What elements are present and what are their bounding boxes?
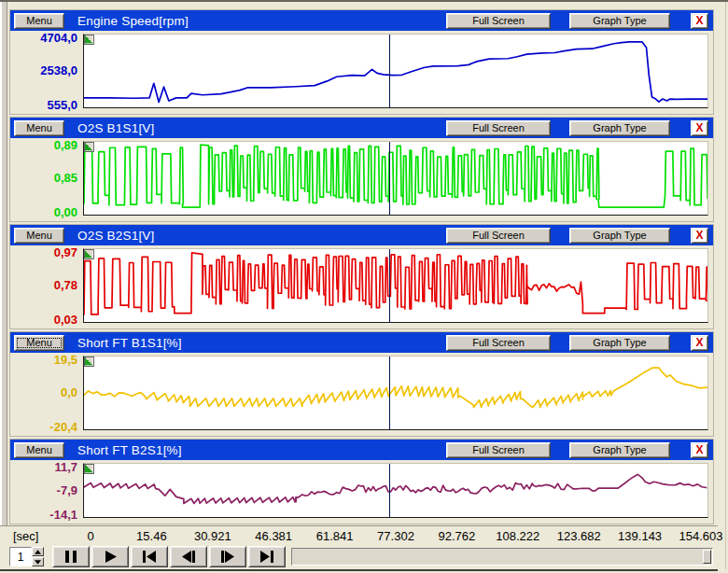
time-tick: 46.381 bbox=[255, 529, 292, 543]
y-axis-max-label: 4704,0 bbox=[10, 32, 77, 44]
play-button[interactable] bbox=[91, 546, 129, 567]
full-screen-button[interactable]: Full Screen bbox=[446, 120, 551, 136]
close-icon[interactable]: X bbox=[691, 120, 708, 136]
panel-title: Short FT B1S1[%] bbox=[77, 336, 182, 350]
plot-area: 4704,0 2538,0 555,0 bbox=[10, 31, 713, 114]
close-icon[interactable]: X bbox=[691, 442, 708, 458]
menu-button[interactable]: Menu bbox=[14, 120, 64, 136]
menu-button[interactable]: Menu bbox=[14, 13, 64, 29]
signal-trace bbox=[84, 464, 707, 517]
window-top-border bbox=[0, 0, 728, 2]
chart-canvas[interactable] bbox=[83, 463, 708, 518]
step-forward-button[interactable] bbox=[209, 546, 246, 567]
marker-icon[interactable] bbox=[84, 249, 94, 259]
playback-toolbar: 1 bbox=[0, 545, 718, 569]
step-back-button[interactable] bbox=[170, 546, 207, 567]
chart-canvas[interactable] bbox=[83, 248, 708, 323]
spinner-down-icon[interactable] bbox=[32, 557, 44, 566]
panel-title: Short FT B2S1[%] bbox=[77, 443, 182, 457]
close-icon[interactable]: X bbox=[691, 335, 708, 351]
y-axis-max-label: 0,97 bbox=[10, 246, 77, 259]
marker-icon[interactable] bbox=[84, 35, 94, 45]
chart-canvas[interactable] bbox=[83, 356, 708, 430]
chart-canvas[interactable] bbox=[83, 34, 708, 108]
plot-area: 0,89 0,85 0,00 bbox=[10, 138, 713, 221]
time-tick: 15.46 bbox=[136, 529, 167, 543]
time-tick: 139.143 bbox=[618, 529, 662, 543]
y-axis-mid-label: 0,0 bbox=[10, 386, 77, 398]
graph-panel: Menu Short FT B1S1[%] Full Screen Graph … bbox=[9, 331, 714, 437]
chart-canvas[interactable] bbox=[83, 141, 708, 216]
plot-area: 0,97 0,78 0,03 bbox=[10, 245, 713, 328]
panel-titlebar: Menu O2S B2S1[V] Full Screen Graph Type … bbox=[10, 225, 713, 245]
close-icon[interactable]: X bbox=[691, 13, 708, 29]
vcr-controls bbox=[52, 546, 286, 567]
y-axis-mid-label: 0,78 bbox=[10, 279, 77, 291]
graph-panel: Menu O2S B2S1[V] Full Screen Graph Type … bbox=[9, 224, 714, 329]
time-tick: 61.841 bbox=[316, 529, 354, 543]
panel-title: Engine Speed[rpm] bbox=[77, 14, 189, 28]
y-axis-min-label: 0,00 bbox=[10, 206, 77, 218]
time-tick: 30.921 bbox=[194, 529, 231, 543]
panel-titlebar: Menu Short FT B2S1[%] Full Screen Graph … bbox=[10, 440, 713, 460]
y-axis-labels: 19,5 0,0 -20,4 bbox=[10, 356, 77, 430]
signal-trace bbox=[84, 249, 707, 322]
seek-track-bar[interactable] bbox=[291, 548, 713, 566]
graph-panel: Menu Engine Speed[rpm] Full Screen Graph… bbox=[9, 9, 714, 115]
marker-icon[interactable] bbox=[84, 356, 94, 367]
graph-panel: Menu O2S B1S1[V] Full Screen Graph Type … bbox=[9, 117, 714, 222]
y-axis-max-label: 11,7 bbox=[10, 461, 77, 473]
panel-titlebar: Menu Engine Speed[rpm] Full Screen Graph… bbox=[10, 10, 713, 31]
y-axis-mid-label: 0,85 bbox=[10, 172, 77, 184]
full-screen-button[interactable]: Full Screen bbox=[446, 13, 551, 29]
menu-button[interactable]: Menu bbox=[14, 335, 64, 351]
spinner-up-icon[interactable] bbox=[32, 547, 44, 556]
full-screen-button[interactable]: Full Screen bbox=[446, 335, 551, 351]
time-tick: 0 bbox=[87, 529, 93, 543]
signal-trace bbox=[84, 356, 707, 429]
seek-thumb[interactable] bbox=[703, 550, 711, 564]
y-axis-min-label: 0,03 bbox=[10, 314, 77, 326]
close-icon[interactable]: X bbox=[691, 228, 708, 244]
menu-button[interactable]: Menu bbox=[14, 228, 64, 244]
panel-titlebar: Menu O2S B1S1[V] Full Screen Graph Type … bbox=[10, 118, 713, 138]
graph-type-button[interactable]: Graph Type bbox=[569, 442, 670, 458]
time-tick: 108.222 bbox=[496, 529, 539, 543]
y-axis-labels: 4704,0 2538,0 555,0 bbox=[10, 34, 77, 108]
plot-area: 19,5 0,0 -20,4 bbox=[10, 353, 713, 436]
time-tick: 154.603 bbox=[679, 529, 723, 543]
y-axis-min-label: 555,0 bbox=[10, 99, 77, 111]
full-screen-button[interactable]: Full Screen bbox=[446, 442, 551, 458]
graph-panel: Menu Short FT B2S1[%] Full Screen Graph … bbox=[9, 439, 714, 524]
time-cursor[interactable] bbox=[389, 356, 390, 429]
time-cursor[interactable] bbox=[389, 249, 390, 322]
pause-button[interactable] bbox=[52, 546, 90, 567]
marker-icon[interactable] bbox=[84, 464, 94, 474]
skip-to-start-button[interactable] bbox=[131, 546, 168, 567]
frame-number-input[interactable]: 1 bbox=[9, 547, 32, 566]
skip-to-end-button[interactable] bbox=[248, 546, 286, 567]
graph-panels-container: Menu Engine Speed[rpm] Full Screen Graph… bbox=[9, 9, 714, 526]
y-axis-min-label: -20,4 bbox=[10, 421, 77, 433]
menu-button[interactable]: Menu bbox=[14, 442, 64, 458]
time-cursor[interactable] bbox=[389, 464, 390, 517]
graph-type-button[interactable]: Graph Type bbox=[569, 13, 670, 29]
marker-icon[interactable] bbox=[84, 142, 94, 152]
time-cursor[interactable] bbox=[389, 35, 390, 107]
panel-titlebar: Menu Short FT B1S1[%] Full Screen Graph … bbox=[10, 332, 713, 353]
y-axis-labels: 0,97 0,78 0,03 bbox=[10, 248, 77, 323]
time-unit-label: [sec] bbox=[13, 529, 38, 543]
signal-trace bbox=[84, 35, 707, 107]
window-right-border bbox=[725, 2, 726, 569]
plot-area: 11,7 -7,9 -14,1 bbox=[10, 460, 713, 524]
full-screen-button[interactable]: Full Screen bbox=[446, 228, 551, 244]
graph-type-button[interactable]: Graph Type bbox=[569, 335, 670, 351]
graph-type-button[interactable]: Graph Type bbox=[569, 228, 670, 244]
graph-type-button[interactable]: Graph Type bbox=[569, 120, 670, 136]
y-axis-mid-label: 2538,0 bbox=[10, 64, 77, 77]
left-splitter[interactable] bbox=[0, 2, 7, 571]
time-cursor[interactable] bbox=[389, 142, 390, 215]
time-tick: 77.302 bbox=[377, 529, 414, 543]
time-axis: [sec] 015.4630.92146.38161.84177.30292.7… bbox=[0, 525, 718, 545]
y-axis-labels: 11,7 -7,9 -14,1 bbox=[10, 463, 77, 518]
